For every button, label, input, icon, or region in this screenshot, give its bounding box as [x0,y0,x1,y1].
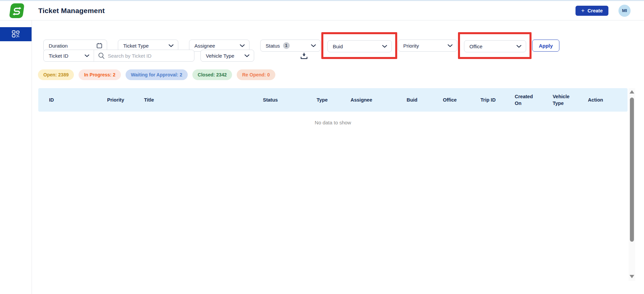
chevron-down-icon [311,44,316,47]
assignee-label: Assignee [194,43,215,49]
chip-in-progress[interactable]: In Progress: 2 [79,69,121,80]
chip-open[interactable]: Open: 2389 [38,69,74,80]
buid-highlight-box: Buid [321,32,397,59]
column-header-office: Office [443,97,480,103]
office-highlight-box: Office [458,32,532,59]
office-dropdown[interactable]: Office [464,40,526,52]
chevron-down-icon [448,44,453,47]
chip-reopened[interactable]: Re Opend: 0 [237,69,275,80]
create-button[interactable]: + Create [576,6,608,16]
sidebar-item-dashboard[interactable] [0,27,32,41]
plus-icon: + [581,8,585,13]
chevron-down-icon [169,44,174,47]
ticket-search-input[interactable] [108,53,191,59]
scrollbar-thumb[interactable] [630,98,634,242]
empty-state-message: No data to show [38,120,628,125]
chevron-down-icon [240,44,245,47]
ticket-id-label: Ticket ID [49,53,68,59]
download-icon [300,51,309,60]
column-header-priority: Priority [107,97,144,103]
column-header-title: Title [144,97,263,103]
ticket-search-group: Ticket ID [43,50,194,62]
sidebar [0,20,32,294]
column-header-status: Status [263,97,317,103]
chip-waiting-approval[interactable]: Waiting for Approval: 2 [126,69,188,80]
create-button-label: Create [588,8,603,13]
search-icon [98,52,105,59]
scroll-down-arrow-icon[interactable] [630,275,634,278]
scroll-up-arrow-icon[interactable] [630,90,634,94]
status-count-badge: 1 [283,42,290,49]
column-header-action: Action [588,97,628,103]
ticket-type-label: Ticket Type [123,43,149,49]
buid-dropdown[interactable]: Buid [327,40,392,52]
column-header-created-on: Created On [515,93,553,107]
page-title: Ticket Management [38,7,105,15]
priority-dropdown[interactable]: Priority [398,40,457,52]
swap-arrows-icon [12,6,22,15]
column-header-assignee: Assignee [351,97,407,103]
search-input-wrap [94,50,194,61]
chevron-down-icon [85,54,89,57]
app-logo [9,3,25,18]
office-label: Office [469,44,482,49]
app-header: Ticket Management + Create MI [0,1,644,20]
table-header-row: ID Priority Title Status Type Assignee B… [38,88,628,112]
column-header-buid: Buid [407,97,443,103]
vehicle-type-dropdown[interactable]: Vehicle Type [200,50,254,62]
apply-button[interactable]: Apply [532,40,559,52]
status-label: Status [266,43,280,49]
duration-input[interactable] [49,43,89,49]
column-header-vehicle-type: Vehicle Type [553,93,588,107]
tickets-table: ID Priority Title Status Type Assignee B… [38,88,628,112]
chevron-down-icon [244,54,249,57]
column-header-trip-id: Trip ID [480,97,515,103]
column-header-type: Type [317,97,351,103]
status-summary-row: Open: 2389 In Progress: 2 Waiting for Ap… [38,69,275,80]
calendar-icon [96,43,102,49]
chip-closed[interactable]: Closed: 2342 [192,69,232,80]
vehicle-type-label: Vehicle Type [206,53,234,59]
priority-label: Priority [403,43,419,49]
vertical-scrollbar[interactable] [629,88,635,281]
user-avatar[interactable]: MI [618,5,631,17]
chevron-down-icon [382,45,387,48]
main-content: Ticket Type Assignee Status 1 Buid [32,20,644,294]
search-field-selector[interactable]: Ticket ID [44,50,94,61]
chevron-down-icon [516,45,521,48]
filter-row-search: Ticket ID Vehicle Type [43,50,309,62]
buid-label: Buid [333,44,343,49]
column-header-id: ID [49,97,107,103]
dashboard-grid-icon [12,30,20,38]
download-button[interactable] [300,51,309,60]
